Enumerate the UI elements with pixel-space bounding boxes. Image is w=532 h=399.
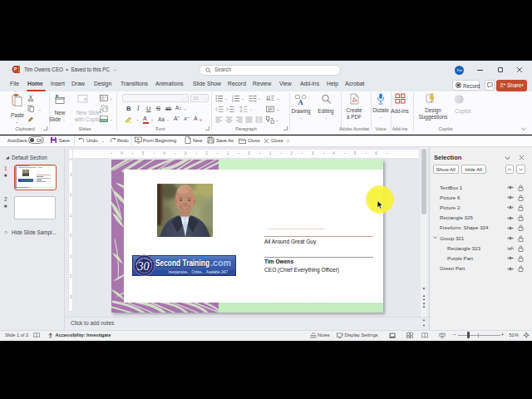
svg-text:Second Training: Second Training [155,258,209,268]
svg-text:.com: .com [210,258,231,268]
svg-text:3: 3 [232,100,234,102]
svg-text:A: A [298,98,304,106]
